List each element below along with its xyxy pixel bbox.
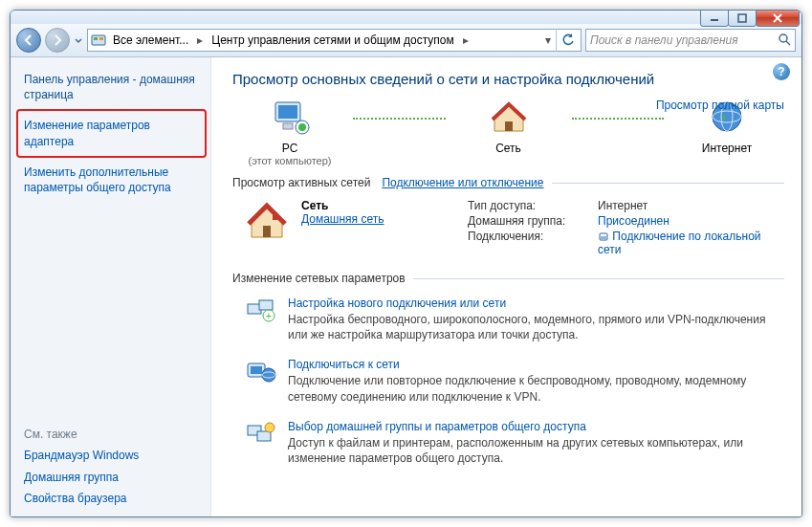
back-button[interactable] (16, 28, 41, 53)
svg-rect-31 (257, 431, 271, 441)
map-node-network-label: Сеть (451, 142, 566, 155)
kv-connections-label: Подключения: (468, 230, 592, 256)
search-icon (778, 33, 791, 49)
control-panel-icon (90, 32, 107, 49)
help-icon[interactable]: ? (773, 63, 790, 80)
full-map-link[interactable]: Просмотр полной карты (656, 99, 784, 112)
ethernet-icon (598, 231, 609, 242)
sidebar-browser-link[interactable]: Свойства браузера (24, 488, 201, 509)
homegroup-icon (246, 420, 276, 466)
connect-disconnect-link[interactable]: Подключение или отключение (370, 176, 543, 189)
kv-access-type-value: Интернет (598, 199, 784, 212)
svg-rect-9 (283, 123, 293, 129)
sidebar: Панель управления - домашняя страница Из… (11, 57, 211, 516)
sidebar-seealso-heading: См. также (24, 428, 201, 441)
network-settings-heading-text: Изменение сетевых параметров (232, 272, 406, 285)
svg-rect-27 (251, 366, 262, 374)
titlebar (11, 11, 801, 24)
kv-homegroup-link[interactable]: Присоединен (598, 214, 669, 228)
active-networks-heading: Просмотр активных сетей Подключение или … (232, 176, 784, 189)
task-new-connection-link[interactable]: Настройка нового подключения или сети (288, 296, 506, 310)
task-connect[interactable]: Подключиться к сети Подключение или повт… (232, 352, 784, 413)
maximize-icon (737, 13, 747, 23)
active-network-row: Сеть Домашняя сеть Тип доступа: Интернет… (232, 195, 784, 264)
new-connection-icon: + (246, 296, 276, 342)
kv-homegroup-label: Домашняя группа: (468, 214, 592, 228)
close-button[interactable] (756, 10, 800, 27)
refresh-button[interactable] (556, 29, 579, 52)
house-icon (246, 199, 288, 241)
map-connector (347, 99, 451, 135)
task-new-connection-desc: Настройка беспроводного, широкополосного… (288, 312, 784, 342)
minimize-icon (710, 13, 719, 23)
svg-rect-8 (278, 105, 297, 119)
page-title: Просмотр основных сведений о сети и наст… (232, 71, 784, 87)
map-connector (566, 99, 670, 135)
network-type-link[interactable]: Домашняя сеть (301, 212, 384, 226)
map-node-pc-label: PC (232, 142, 347, 155)
map-node-pc[interactable]: PC (этот компьютер) (232, 99, 347, 166)
search-placeholder: Поиск в панели управления (590, 33, 738, 47)
breadcrumb-segment[interactable]: Все элемент... (109, 30, 192, 51)
task-homegroup-link[interactable]: Выбор домашней группы и параметров общег… (288, 420, 586, 433)
body: Панель управления - домашняя страница Из… (11, 56, 801, 516)
network-name: Сеть (301, 199, 445, 212)
task-homegroup-desc: Доступ к файлам и принтерам, расположенн… (288, 435, 784, 466)
svg-point-11 (298, 123, 306, 131)
task-connect-link[interactable]: Подключиться к сети (288, 358, 400, 371)
window-buttons (701, 10, 800, 27)
svg-line-6 (786, 41, 790, 45)
chevron-right-icon[interactable]: ▸ (194, 30, 206, 51)
sidebar-homegroup-link[interactable]: Домашняя группа (24, 467, 201, 488)
network-details: Тип доступа: Интернет Домашняя группа: П… (468, 199, 784, 256)
arrow-left-icon (23, 34, 34, 46)
arrow-right-icon (52, 34, 63, 46)
kv-connection-link[interactable]: Подключение по локальной сети (598, 230, 761, 256)
house-network-icon (489, 99, 529, 135)
task-connect-desc: Подключение или повторное подключение к … (288, 373, 784, 404)
svg-point-32 (265, 423, 274, 432)
svg-point-28 (262, 368, 275, 382)
sidebar-advanced-link[interactable]: Изменить дополнительные параметры общего… (24, 162, 201, 198)
sidebar-adapter-highlight: Изменение параметров адаптера (16, 109, 207, 157)
search-input[interactable]: Поиск в панели управления (585, 29, 796, 52)
forward-button[interactable] (45, 28, 70, 53)
network-settings-heading: Изменение сетевых параметров (232, 272, 784, 285)
tasks-list: + Настройка нового подключения или сети … (232, 291, 784, 475)
svg-text:+: + (266, 311, 272, 321)
svg-rect-16 (263, 226, 271, 237)
minimize-button[interactable] (700, 10, 729, 27)
toolbar: Все элемент... ▸ Центр управления сетями… (11, 24, 801, 56)
chevron-down-icon[interactable]: ▾ (542, 30, 554, 51)
task-homegroup[interactable]: Выбор домашней группы и параметров общег… (232, 414, 784, 475)
active-networks-heading-text: Просмотр активных сетей (232, 176, 370, 189)
history-dropdown-icon[interactable] (74, 32, 83, 49)
svg-rect-4 (99, 37, 103, 40)
breadcrumb-segment[interactable]: Центр управления сетями и общим доступом (208, 30, 458, 51)
map-node-network[interactable]: Сеть (451, 99, 566, 155)
svg-rect-1 (738, 14, 746, 22)
svg-rect-12 (505, 121, 513, 131)
maximize-button[interactable] (728, 10, 757, 27)
svg-rect-17 (273, 212, 277, 220)
chevron-right-icon[interactable]: ▸ (460, 30, 472, 51)
svg-point-5 (779, 34, 787, 42)
network-map: Просмотр полной карты PC (этот компьютер… (232, 99, 784, 166)
sidebar-home-link[interactable]: Панель управления - домашняя страница (24, 69, 201, 105)
main-content: ? Просмотр основных сведений о сети и на… (211, 57, 801, 516)
refresh-icon (561, 33, 575, 47)
close-icon (772, 13, 783, 23)
svg-rect-3 (94, 37, 98, 40)
map-node-pc-sub: (этот компьютер) (232, 155, 347, 166)
task-new-connection[interactable]: + Настройка нового подключения или сети … (232, 291, 784, 352)
kv-access-type-label: Тип доступа: (468, 199, 592, 212)
connect-icon (246, 358, 276, 404)
address-bar[interactable]: Все элемент... ▸ Центр управления сетями… (87, 29, 582, 52)
svg-rect-23 (259, 300, 273, 310)
control-panel-window: Все элемент... ▸ Центр управления сетями… (10, 10, 802, 517)
computer-icon (270, 99, 310, 135)
sidebar-adapter-link[interactable]: Изменение параметров адаптера (24, 115, 199, 151)
sidebar-firewall-link[interactable]: Брандмауэр Windows (24, 445, 201, 466)
map-node-internet-label: Интернет (669, 142, 784, 155)
